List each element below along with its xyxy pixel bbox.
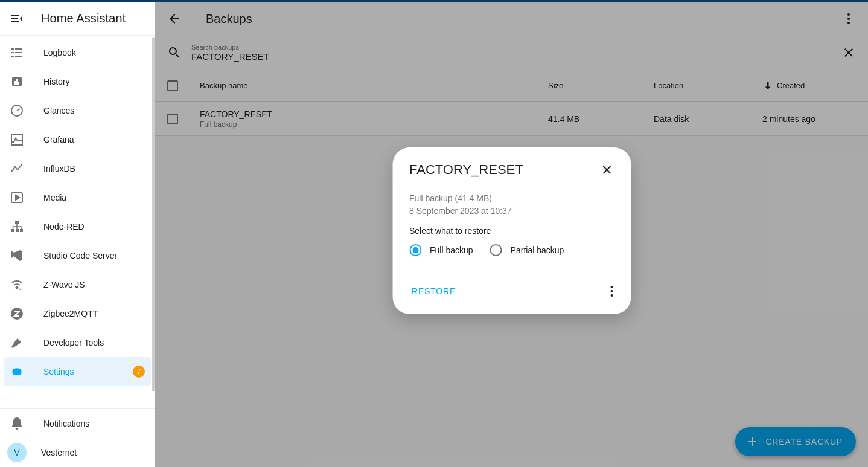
sidebar-header: Home Assistant [0, 2, 155, 36]
svg-rect-3 [18, 82, 19, 85]
svg-rect-1 [14, 81, 16, 85]
play-box-icon [10, 190, 24, 205]
sidebar-item-label: Studio Code Server [43, 251, 145, 260]
logbook-icon [10, 45, 24, 60]
zigbee-icon [10, 306, 24, 321]
svg-rect-7 [15, 221, 19, 224]
sidebar-item-devtools[interactable]: Developer Tools [0, 328, 155, 357]
sidebar-item-zigbee[interactable]: Zigbee2MQTT [0, 299, 155, 328]
sidebar-scrollbar[interactable] [152, 37, 155, 391]
svg-text:z: z [19, 286, 22, 291]
sidebar-item-label: Glances [43, 106, 145, 115]
sidebar-item-history[interactable]: History [0, 67, 155, 96]
sidebar-item-logbook[interactable]: Logbook [0, 38, 155, 67]
svg-point-18 [610, 290, 613, 292]
sidebar-item-settings[interactable]: Settings 7 [4, 357, 151, 386]
sidebar-item-label: Z-Wave JS [43, 280, 145, 289]
bell-icon [10, 416, 24, 431]
history-icon [10, 74, 24, 89]
sidebar-item-label: Logbook [43, 48, 145, 57]
svg-rect-8 [11, 229, 14, 232]
chart-line-icon [10, 161, 24, 176]
dialog-info-size: Full backup (41.4 MB) [409, 192, 614, 205]
svg-rect-10 [20, 229, 23, 232]
radio-icon [409, 244, 421, 256]
menu-collapse-icon[interactable] [10, 11, 24, 26]
sidebar-item-label: Settings [43, 367, 133, 376]
radio-icon [490, 244, 502, 256]
gauge-icon [10, 103, 24, 118]
sidebar-item-label: Zigbee2MQTT [43, 309, 145, 318]
zwave-icon: z [10, 277, 24, 292]
vscode-icon [10, 248, 24, 263]
sidebar-item-label: InfluxDB [43, 164, 145, 173]
sidebar-item-glances[interactable]: Glances [0, 96, 155, 125]
settings-badge: 7 [133, 366, 145, 378]
sidebar-item-notifications[interactable]: Notifications [0, 409, 155, 438]
main-content: Backups Search backups Backup name Size … [155, 2, 868, 467]
sidebar: Home Assistant Logbook History Glances G… [0, 2, 155, 467]
gear-icon [10, 364, 24, 379]
sidebar-item-zwave[interactable]: z Z-Wave JS [0, 270, 155, 299]
dialog-title: FACTORY_RESET [409, 162, 599, 178]
sidebar-item-label: Media [43, 193, 145, 202]
sidebar-item-media[interactable]: Media [0, 183, 155, 212]
sidebar-item-label: Node-RED [43, 222, 145, 231]
radio-label: Partial backup [511, 245, 564, 255]
sidebar-item-label: Developer Tools [43, 338, 145, 347]
hammer-icon [10, 335, 24, 350]
sidebar-item-influxdb[interactable]: InfluxDB [0, 154, 155, 183]
radio-label: Full backup [430, 245, 473, 255]
radio-partial-backup[interactable]: Partial backup [490, 244, 564, 256]
sidebar-item-label: Notifications [43, 419, 145, 428]
sidebar-item-nodered[interactable]: Node-RED [0, 212, 155, 241]
sidebar-item-grafana[interactable]: Grafana [0, 125, 155, 154]
dialog-select-label: Select what to restore [409, 226, 614, 236]
svg-point-11 [16, 287, 18, 289]
user-name: Vesternet [41, 448, 145, 457]
app-title: Home Assistant [41, 11, 126, 25]
svg-point-19 [610, 294, 613, 297]
sidebar-item-label: Grafana [43, 135, 145, 144]
sitemap-icon [10, 219, 24, 234]
sidebar-item-vscode[interactable]: Studio Code Server [0, 241, 155, 270]
user-avatar: V [7, 443, 27, 462]
svg-rect-2 [16, 79, 18, 85]
close-button[interactable] [599, 163, 614, 177]
dialog-info-date: 8 September 2023 at 10:37 [409, 205, 614, 217]
restore-button[interactable]: RESTORE [409, 280, 604, 302]
radio-full-backup[interactable]: Full backup [409, 244, 473, 256]
sidebar-item-label: History [43, 77, 145, 86]
dialog-overflow-button[interactable] [604, 284, 619, 298]
sidebar-item-user[interactable]: V Vesternet [0, 438, 155, 467]
svg-rect-9 [16, 229, 19, 232]
chart-box-icon [10, 132, 24, 147]
svg-point-17 [610, 286, 613, 288]
backup-dialog: FACTORY_RESET Full backup (41.4 MB) 8 Se… [392, 147, 631, 314]
